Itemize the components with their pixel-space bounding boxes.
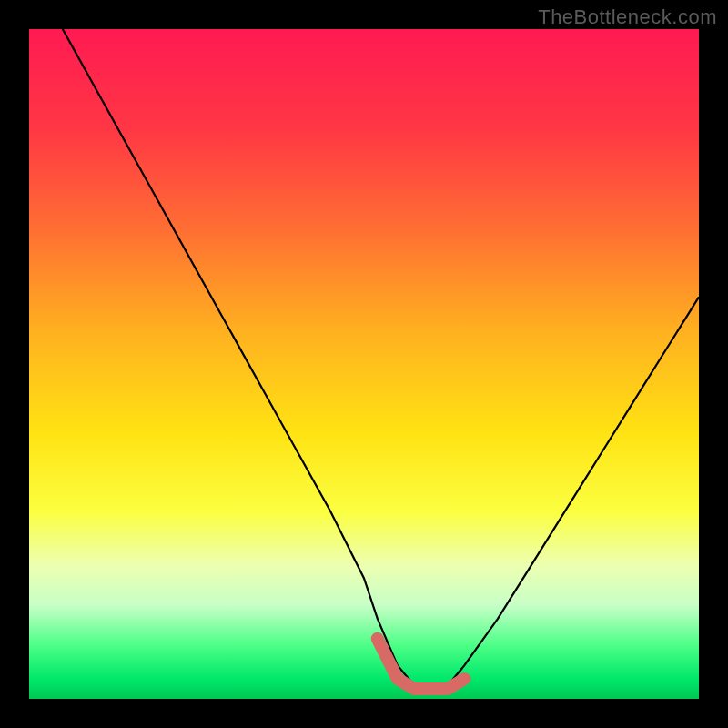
watermark-text: TheBottleneck.com (538, 5, 717, 29)
bottleneck-chart: TheBottleneck.com (0, 0, 728, 728)
plot-background (29, 29, 699, 699)
chart-svg (0, 0, 728, 728)
